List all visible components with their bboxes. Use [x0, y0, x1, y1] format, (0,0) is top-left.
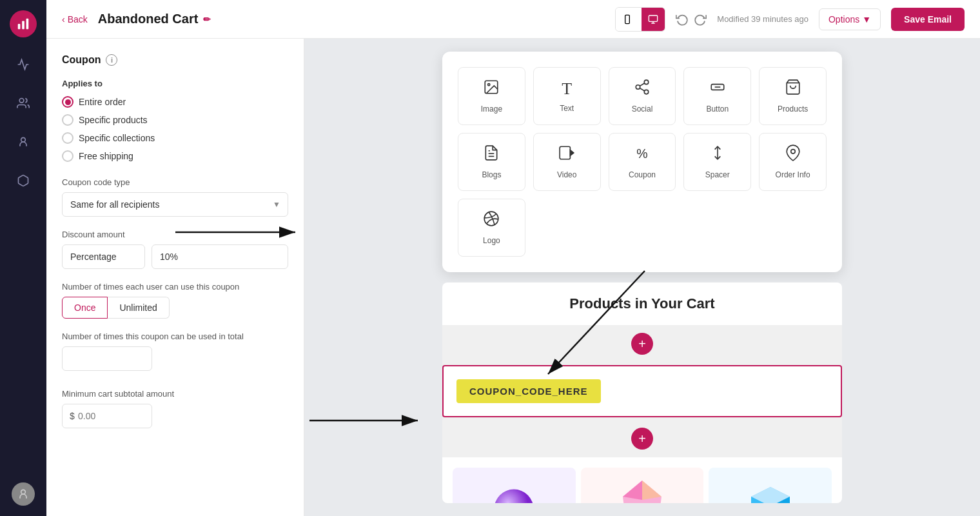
svg-line-17 [640, 83, 644, 86]
toggle-unlimited-button[interactable]: Unlimited [108, 297, 169, 319]
svg-rect-1 [22, 21, 24, 29]
applies-to-label: Applies to [62, 79, 288, 88]
order-info-block-icon [785, 144, 801, 165]
block-label-social: Social [632, 104, 653, 114]
discount-amount-label: Discount amount [62, 230, 288, 239]
usage-toggle-group: Once Unlimited [62, 297, 288, 319]
block-item-social[interactable]: Social [609, 67, 676, 125]
body-area: Coupon i Applies to Entire order Specifi… [46, 39, 980, 516]
discount-value-input[interactable] [152, 244, 288, 269]
back-label: Back [68, 14, 88, 25]
svg-rect-6 [625, 15, 630, 23]
radio-entire-order[interactable]: Entire order [62, 96, 288, 108]
page-title-text: Abandoned Cart [98, 12, 199, 26]
currency-symbol: $ [70, 411, 75, 421]
view-toggle [615, 7, 665, 32]
block-item-video[interactable]: Video [533, 133, 601, 191]
product-thumb-3 [709, 468, 832, 503]
block-item-button[interactable]: Button [683, 67, 751, 125]
text-block-icon: T [562, 79, 572, 99]
cart-title-section: Products in Your Cart [442, 283, 842, 325]
svg-rect-8 [649, 15, 658, 21]
block-item-products[interactable]: Products [759, 67, 827, 125]
radio-label-specific-collections: Specific collections [79, 133, 155, 143]
canvas-area: Image T Text [304, 39, 980, 516]
svg-point-14 [636, 85, 640, 90]
block-label-order-info: Order Info [776, 170, 810, 179]
undo-icon[interactable] [676, 13, 689, 26]
logo[interactable] [10, 10, 37, 37]
coupon-code-type-label: Coupon code type [62, 177, 288, 187]
min-cart-input-wrapper: $ [62, 404, 152, 428]
redo-icon[interactable] [694, 13, 707, 26]
block-item-blogs[interactable]: Blogs [458, 133, 525, 191]
back-button[interactable]: ‹ Back [62, 14, 88, 25]
spacer-block-icon [709, 144, 726, 165]
coupon-code-badge: COUPON_CODE_HERE [456, 379, 601, 403]
svg-rect-0 [18, 24, 21, 29]
discount-row: Percentage Fixed amount [62, 244, 288, 269]
block-label-coupon: Coupon [629, 170, 656, 179]
block-item-logo[interactable]: Logo [458, 199, 525, 257]
svg-rect-2 [26, 19, 29, 30]
discount-type-select[interactable]: Percentage Fixed amount [62, 244, 145, 269]
block-label-button: Button [706, 104, 729, 114]
min-cart-input[interactable] [62, 404, 152, 428]
user-avatar[interactable] [12, 482, 35, 506]
nav-icon-chart[interactable] [12, 53, 35, 76]
email-canvas: Products in Your Cart + COUPON_CODE_HERE [442, 283, 842, 503]
nav-icon-groups[interactable] [12, 130, 35, 154]
total-uses-label: Number of times this coupon can be used … [62, 332, 288, 341]
nav-icon-contacts[interactable] [12, 92, 35, 115]
svg-text:%: % [636, 146, 647, 161]
block-label-blogs: Blogs [482, 170, 501, 179]
svg-line-16 [640, 88, 644, 91]
block-item-text[interactable]: T Text [533, 67, 601, 125]
page-title: Abandoned Cart ✏ [98, 12, 211, 26]
svg-point-5 [21, 490, 26, 494]
mobile-view-button[interactable] [616, 8, 639, 31]
block-label-image: Image [481, 104, 502, 114]
options-label: Options [828, 14, 859, 25]
coupon-section[interactable]: COUPON_CODE_HERE [442, 365, 842, 417]
block-item-image[interactable]: Image [458, 67, 525, 125]
svg-point-12 [488, 84, 490, 86]
options-button[interactable]: Options ▼ [819, 8, 881, 30]
block-label-text: Text [560, 104, 574, 113]
coupon-code-type-select[interactable]: Same for all recipients Unique per recip… [62, 192, 288, 217]
svg-marker-32 [642, 481, 662, 500]
add-block-button-top[interactable]: + [631, 333, 653, 355]
svg-rect-23 [560, 146, 570, 159]
svg-point-30 [495, 490, 534, 503]
total-uses-input[interactable] [62, 346, 152, 371]
svg-marker-33 [623, 481, 642, 500]
block-item-spacer[interactable]: Spacer [683, 133, 751, 191]
edit-icon[interactable]: ✏ [203, 14, 211, 25]
product-thumb-1 [453, 468, 576, 503]
svg-point-27 [790, 150, 795, 154]
toggle-once-button[interactable]: Once [62, 297, 108, 319]
block-label-logo: Logo [483, 236, 500, 245]
radio-circle-entire-order [62, 96, 74, 108]
save-email-button[interactable]: Save Email [891, 8, 965, 31]
radio-label-entire-order: Entire order [79, 97, 126, 107]
info-icon[interactable]: i [106, 54, 117, 66]
coupon-section-wrapper: COUPON_CODE_HERE [442, 365, 842, 417]
desktop-view-button[interactable] [642, 8, 665, 31]
social-block-icon [634, 79, 651, 99]
radio-free-shipping[interactable]: Free shipping [62, 150, 288, 162]
block-label-video: Video [557, 170, 576, 179]
block-item-coupon[interactable]: % Coupon [609, 133, 676, 191]
min-cart-label: Minimum cart subtotal amount [62, 389, 288, 399]
add-block-button-bottom[interactable]: + [631, 428, 653, 450]
svg-point-13 [644, 80, 649, 84]
radio-specific-collections[interactable]: Specific collections [62, 132, 288, 144]
top-bar: ‹ Back Abandoned Cart ✏ [46, 0, 980, 39]
nav-icon-box[interactable] [12, 169, 35, 192]
radio-specific-products[interactable]: Specific products [62, 114, 288, 126]
block-item-order-info[interactable]: Order Info [759, 133, 827, 191]
block-label-products: Products [778, 104, 808, 114]
uses-per-user-label: Number of times each user can use this c… [62, 282, 288, 292]
svg-point-3 [19, 99, 24, 103]
cart-title-text: Products in Your Cart [569, 295, 714, 312]
